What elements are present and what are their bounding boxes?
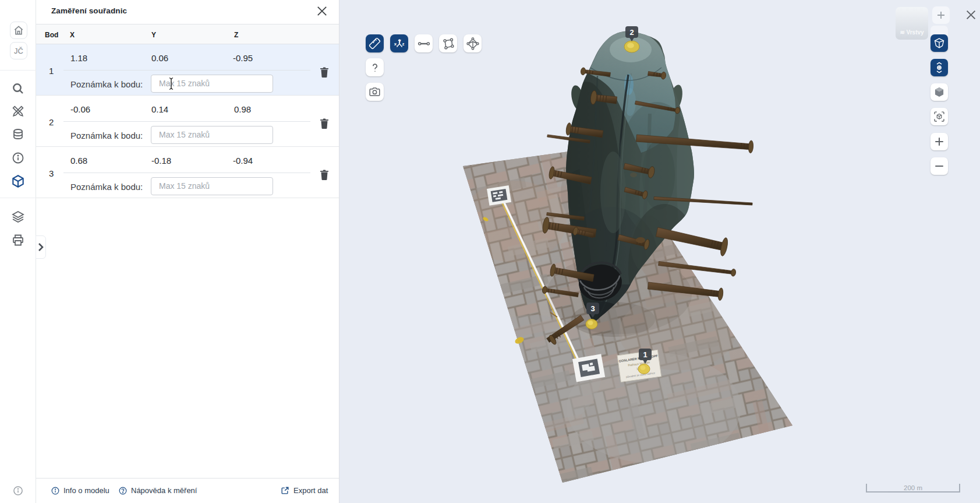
svg-text:y: y bbox=[398, 37, 401, 43]
svg-text:1: 1 bbox=[643, 350, 647, 359]
svg-text:2: 2 bbox=[629, 28, 634, 37]
svg-text:200 m: 200 m bbox=[904, 484, 922, 491]
svg-text:x: x bbox=[394, 41, 397, 46]
svg-text:3: 3 bbox=[590, 304, 595, 313]
svg-text:z: z bbox=[402, 41, 404, 46]
